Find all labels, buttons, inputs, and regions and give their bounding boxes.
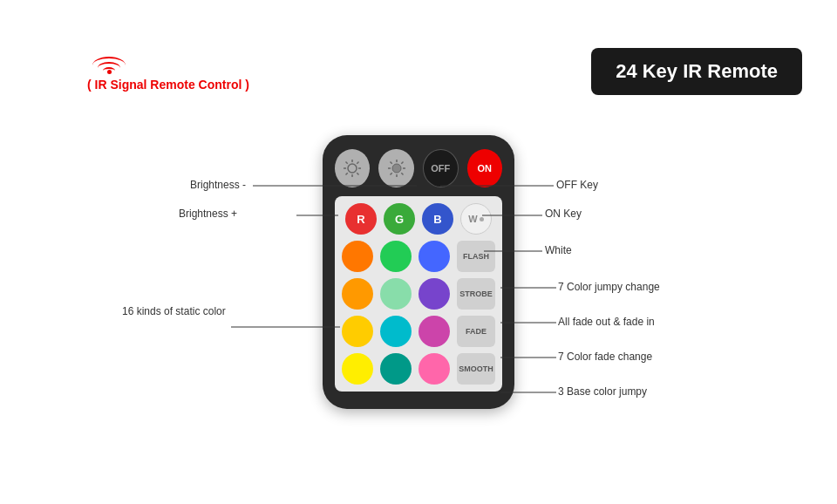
on-button[interactable]: ON xyxy=(467,149,502,187)
teal-button[interactable] xyxy=(380,353,412,385)
flash-label: FLASH xyxy=(463,252,489,261)
lime-button[interactable] xyxy=(380,241,412,272)
smooth-label-ann: 3 Base color jumpy xyxy=(558,385,647,398)
color-row-2: FLASH xyxy=(342,241,495,272)
svg-line-17 xyxy=(390,173,391,174)
arc-dot xyxy=(107,70,112,74)
flash-label-ann: 7 Color jumpy change xyxy=(558,281,660,293)
remote-body: OFF ON R G B xyxy=(323,135,514,409)
off-key-label: OFF Key xyxy=(556,179,598,191)
smooth-label: SMOOTH xyxy=(459,364,493,373)
svg-line-14 xyxy=(390,162,391,164)
g-label: G xyxy=(384,203,415,235)
brightness-minus-button[interactable] xyxy=(335,149,370,187)
svg-line-7 xyxy=(357,162,359,164)
w-label: W xyxy=(468,214,477,224)
cyan-button[interactable] xyxy=(380,316,412,347)
off-label: OFF xyxy=(431,163,450,174)
hotpink-button[interactable] xyxy=(418,353,450,385)
blue2-button[interactable] xyxy=(418,241,450,272)
green-button[interactable]: G xyxy=(384,203,415,235)
brightness-minus-label: Brightness - xyxy=(190,179,246,191)
color-row-3: STROBE xyxy=(342,278,495,310)
magenta-button[interactable] xyxy=(418,316,450,347)
color-row-4: FADE xyxy=(342,316,495,347)
purple-button[interactable] xyxy=(418,278,450,310)
svg-line-6 xyxy=(357,173,359,174)
title-badge: 24 Key IR Remote xyxy=(591,48,802,95)
on-label: ON xyxy=(478,163,493,174)
mint-button[interactable] xyxy=(380,278,412,310)
strobe-button[interactable]: STROBE xyxy=(457,278,495,310)
brightness-plus-button[interactable] xyxy=(378,149,413,187)
ir-arc-icon xyxy=(87,48,131,74)
white-button[interactable]: W xyxy=(460,203,492,235)
color-row-5: SMOOTH xyxy=(342,353,495,385)
ir-signal-label: ( IR Signal Remote Control ) xyxy=(87,78,249,92)
color-row-rgbw: R G B W xyxy=(342,203,495,235)
brightness-minus-icon xyxy=(343,159,362,178)
svg-line-5 xyxy=(346,162,348,164)
w-dot xyxy=(480,217,484,221)
svg-line-8 xyxy=(346,173,348,174)
orange-button[interactable] xyxy=(342,241,373,272)
b-label: B xyxy=(422,203,453,235)
fade-button[interactable]: FADE xyxy=(457,316,495,347)
fade-label: FADE xyxy=(466,327,487,336)
page: 24 Key IR Remote ( IR Signal Remote Cont… xyxy=(0,0,837,504)
amber-button[interactable] xyxy=(342,278,373,310)
blue-button[interactable]: B xyxy=(422,203,453,235)
strobe-label-ann: All fade out & fade in xyxy=(558,316,655,328)
white-label: White xyxy=(545,244,572,256)
brightness-plus-label: Brightness + xyxy=(179,208,237,220)
svg-line-16 xyxy=(401,162,403,164)
yellow-button[interactable] xyxy=(342,316,373,347)
static-color-label: 16 kinds of static color xyxy=(122,305,226,317)
off-button[interactable]: OFF xyxy=(423,149,459,187)
color-section: R G B W xyxy=(335,196,502,392)
remote-top-row: OFF ON xyxy=(335,149,502,187)
bright-yellow-button[interactable] xyxy=(342,353,373,385)
ir-icon-area: ( IR Signal Remote Control ) xyxy=(87,48,249,92)
on-key-label: ON Key xyxy=(545,208,582,220)
flash-button[interactable]: FLASH xyxy=(457,241,495,272)
remote-wrapper: OFF ON R G B xyxy=(323,135,514,409)
smooth-button[interactable]: SMOOTH xyxy=(457,353,495,385)
r-label: R xyxy=(345,203,377,235)
svg-point-9 xyxy=(392,164,401,173)
strobe-label: STROBE xyxy=(459,289,493,298)
red-button[interactable]: R xyxy=(345,203,377,235)
fade-label-ann: 7 Color fade change xyxy=(558,351,652,363)
brightness-plus-icon xyxy=(387,159,406,178)
svg-line-15 xyxy=(401,173,403,174)
badge-text: 24 Key IR Remote xyxy=(616,60,778,82)
svg-point-0 xyxy=(348,164,357,173)
